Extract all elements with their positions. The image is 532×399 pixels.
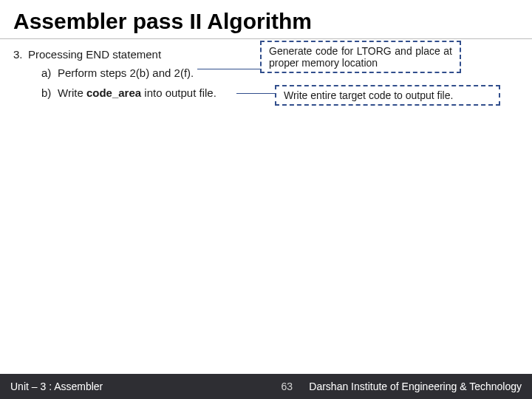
connector-line [236,93,275,94]
callout-box-1: Generate code for LTORG and place at pro… [260,41,461,73]
sub-text: Perform steps 2(b) and 2(f). [58,66,194,79]
footer-institute: Darshan Institute of Engineering & Techn… [301,381,532,392]
bold-code-area: code_area [86,86,141,99]
connector-line [197,69,260,69]
text-pre: Write [58,86,86,99]
sub-label: a) [41,66,58,79]
footer-page-number: 63 [272,381,301,392]
slide-title: Assembler pass II Algorithm [0,0,532,39]
footer-unit: Unit – 3 : Assembler [0,381,272,392]
text-post: into output file. [141,86,216,99]
sub-text: Write code_area into output file. [58,86,216,99]
list-text: Processing END statement [28,48,161,61]
list-number: 3. [13,48,28,61]
footer-bar: Unit – 3 : Assembler 63 Darshan Institut… [0,374,532,399]
callout-box-2: Write entire target code to output file. [275,85,500,106]
sub-label: b) [41,86,58,99]
content-area: 3. Processing END statement a) Perform s… [0,39,532,115]
